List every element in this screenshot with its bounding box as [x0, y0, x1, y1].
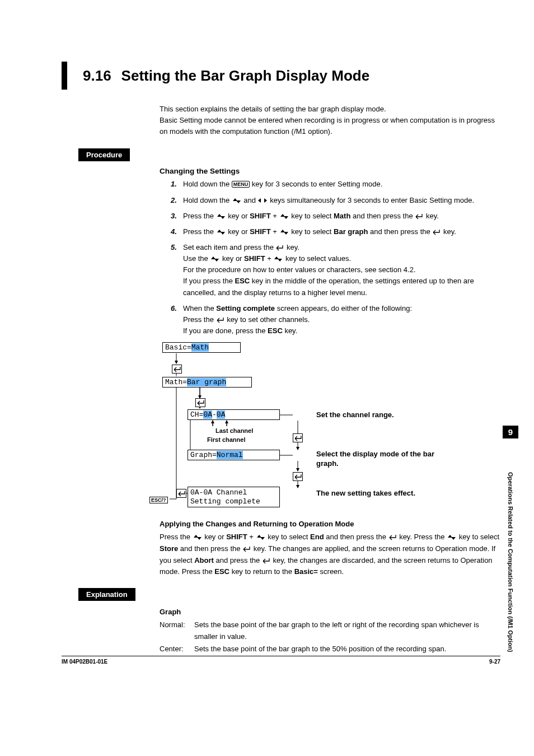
select-display-label: Select the display mode of the bar graph… [316, 450, 456, 469]
step-6: 6. When the Setting complete screen appe… [171, 303, 500, 337]
up-down-icon [210, 256, 220, 262]
graph-box: Graph=Normal [188, 450, 280, 460]
up-down-icon [216, 213, 226, 220]
math-label: Math [334, 212, 350, 220]
left-right-icon [258, 198, 268, 204]
text: and [242, 196, 258, 204]
enter-icon [242, 545, 251, 552]
normal-desc: Sets the base point of the bar graph to … [194, 619, 500, 643]
page-footer: IM 04P02B01-01E 9-27 [62, 656, 500, 665]
text: Press the [183, 212, 216, 220]
text: If you are done, press the [183, 326, 268, 335]
text: and then press the [368, 227, 432, 236]
procedure-tag: Procedure [78, 148, 130, 161]
chapter-number: 9 [503, 426, 518, 438]
text: key. [443, 227, 456, 236]
text: key or [226, 227, 250, 236]
up-down-icon [279, 229, 289, 235]
text: key to select values. [283, 254, 351, 263]
text: + [265, 254, 274, 263]
up-down-icon [216, 229, 226, 235]
setting-complete-label: Setting complete [216, 304, 275, 312]
text: Hold down the [183, 196, 232, 204]
section-number: 9.16 [83, 67, 111, 85]
esc-key: ESC [214, 567, 229, 576]
up-down-icon [279, 213, 289, 220]
text: key. Press the [397, 533, 447, 541]
text: Press the [160, 533, 193, 541]
doc-id: IM 04P02B01-01E [62, 659, 107, 665]
page-number: 9-27 [489, 659, 500, 665]
shift-key: SHIFT [250, 227, 271, 236]
flow-arrows [160, 342, 479, 510]
text: Press the [183, 315, 216, 324]
done-box: 0A-0A ChannelSetting complete [188, 487, 280, 507]
esc-key: ESC [268, 326, 283, 335]
text: key or [220, 254, 244, 263]
chapter-side-tab: 9 Operations Related to the Computation … [503, 426, 518, 683]
text: and press the [214, 556, 262, 564]
shift-key: SHIFT [250, 212, 271, 220]
up-down-icon [273, 256, 283, 262]
section-title: Setting the Bar Graph Display Mode [121, 67, 370, 85]
text: screen appears, do either of the followi… [275, 304, 412, 312]
enter-icon [293, 433, 303, 442]
text: If you press the [183, 277, 235, 285]
text: key to select [289, 212, 334, 220]
up-down-icon [232, 198, 242, 204]
enter-icon [388, 534, 397, 540]
text: + [271, 212, 279, 220]
intro-text: This section explains the details of set… [160, 104, 500, 137]
ch-box: CH=0A-0A [188, 409, 280, 420]
basic-box: Basic=Math [162, 342, 241, 353]
text: key to select [289, 227, 334, 236]
step-5: 5. Set each item and press the key. Use … [171, 242, 500, 298]
text: key to select [457, 533, 499, 541]
normal-key: Normal: [160, 619, 194, 643]
text: Press the [183, 227, 216, 236]
new-setting-label: The new setting takes effect. [316, 489, 415, 497]
text: key for 3 seconds to enter Setting mode. [250, 180, 382, 188]
text: and then press the [178, 544, 242, 553]
chapter-title: Operations Related to the Computation Fu… [507, 442, 514, 683]
enter-icon [275, 244, 284, 251]
abort-label: Abort [194, 556, 214, 564]
enter-icon [432, 228, 441, 235]
text: Set each item and press the [183, 243, 275, 251]
text: screen. [318, 567, 344, 576]
enter-icon [172, 365, 182, 374]
enter-icon [195, 398, 205, 407]
esc-key-icon: ESC/? [149, 497, 168, 503]
menu-key-icon: MENU [232, 181, 250, 188]
text: key or [226, 212, 250, 220]
text: When the [183, 304, 216, 312]
up-down-icon [447, 534, 457, 540]
shift-key: SHIFT [244, 254, 265, 263]
math-box: Math=Bar graph [162, 377, 252, 388]
step-1: 1. Hold down the MENU key for 3 seconds … [171, 179, 500, 190]
enter-icon [262, 557, 271, 564]
center-key: Center: [160, 643, 194, 655]
step-4: 4. Press the key or SHIFT + key to selec… [171, 226, 500, 237]
end-label: End [310, 533, 324, 541]
bar-graph-label: Bar graph [334, 227, 368, 236]
changing-settings-heading: Changing the Settings [160, 167, 500, 175]
graph-explanation: Graph Normal: Sets the base point of the… [160, 606, 500, 655]
text: Use the [183, 254, 210, 263]
text: Hold down the [183, 180, 232, 188]
apply-heading: Applying the Changes and Returning to Op… [160, 519, 500, 530]
text: key to return to the [229, 567, 294, 576]
up-down-icon [256, 534, 266, 540]
menu-flow-diagram: Basic=Math Math=Bar graph CH=0A-0A Last … [160, 342, 479, 510]
text: For the procedure on how to enter values… [183, 265, 416, 274]
graph-heading: Graph [160, 606, 500, 618]
basic-label: Basic= [294, 567, 318, 576]
text: + [271, 227, 279, 236]
text: key. [424, 212, 439, 220]
step-list: 1. Hold down the MENU key for 3 seconds … [171, 179, 500, 337]
text: and then press the [350, 212, 415, 220]
set-channel-label: Set the channel range. [316, 410, 394, 419]
apply-changes-block: Applying the Changes and Returning to Op… [160, 519, 500, 578]
enter-icon [415, 213, 424, 220]
text: keys simultaneously for 3 seconds to ent… [268, 196, 475, 204]
